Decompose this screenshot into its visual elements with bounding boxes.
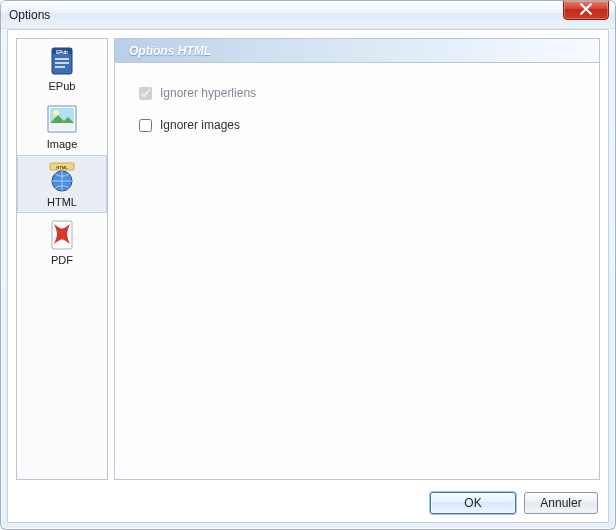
- sidebar-item-pdf[interactable]: PDF: [17, 213, 107, 271]
- sidebar-item-image[interactable]: Image: [17, 97, 107, 155]
- window-close-button[interactable]: [563, 0, 609, 20]
- sidebar-item-label: PDF: [51, 254, 73, 266]
- ok-button-label: OK: [464, 496, 481, 510]
- html-icon: HTML: [46, 161, 78, 193]
- svg-rect-9: [50, 123, 74, 130]
- svg-text:HTML: HTML: [56, 164, 68, 169]
- title-bar: Options: [1, 1, 615, 29]
- sidebar-item-label: EPub: [49, 80, 76, 92]
- epub-icon: EPub: [46, 45, 78, 77]
- close-icon: [580, 3, 592, 18]
- svg-rect-4: [55, 62, 69, 64]
- window-title: Options: [9, 8, 50, 22]
- options-dialog: Options EPub: [0, 0, 616, 530]
- sidebar-item-label: Image: [47, 138, 78, 150]
- sidebar-item-epub[interactable]: EPub EPub: [17, 39, 107, 97]
- svg-rect-5: [55, 66, 65, 68]
- ignore-hyperlinks-label: Ignorer hyperliens: [160, 86, 256, 100]
- panel-title: Options HTML: [115, 39, 599, 63]
- category-sidebar: EPub EPub: [16, 38, 108, 480]
- client-area: EPub EPub: [7, 29, 609, 523]
- sidebar-item-label: HTML: [47, 196, 77, 208]
- dialog-footer: OK Annuler: [8, 484, 608, 522]
- option-ignore-hyperlinks: Ignorer hyperliens: [139, 83, 575, 103]
- ignore-images-checkbox[interactable]: [139, 119, 152, 132]
- option-ignore-images[interactable]: Ignorer images: [139, 115, 575, 135]
- panel-body: Ignorer hyperliens Ignorer images: [115, 63, 599, 167]
- svg-rect-3: [55, 58, 69, 60]
- cancel-button-label: Annuler: [540, 496, 581, 510]
- ignore-hyperlinks-checkbox: [139, 87, 152, 100]
- cancel-button[interactable]: Annuler: [524, 492, 598, 514]
- ok-button[interactable]: OK: [430, 492, 516, 514]
- ignore-images-label: Ignorer images: [160, 118, 240, 132]
- svg-text:EPub: EPub: [56, 49, 68, 54]
- pdf-icon: [46, 219, 78, 251]
- image-icon: [46, 103, 78, 135]
- sidebar-item-html[interactable]: HTML HTML: [17, 155, 107, 213]
- options-panel: Options HTML Ignorer hyperliens Ignorer …: [114, 38, 600, 480]
